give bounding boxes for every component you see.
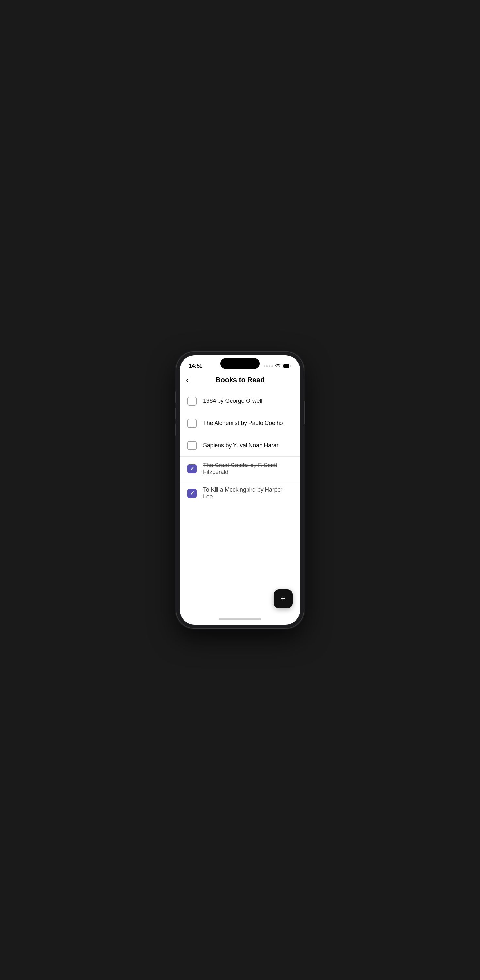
add-book-button[interactable]: +: [273, 589, 292, 608]
back-chevron-icon: ‹: [186, 375, 189, 384]
checkmark-icon: ✓: [190, 466, 194, 471]
back-button[interactable]: ‹: [186, 375, 189, 384]
page-title: Books to Read: [216, 375, 264, 384]
list-item[interactable]: ✓To Kill a Mockingbird by Harper Lee: [180, 481, 300, 505]
signal-dots-icon: [264, 365, 273, 367]
wifi-icon: [275, 364, 281, 368]
list-item[interactable]: Sapiens by Yuval Noah Harar: [180, 434, 300, 457]
plus-icon: +: [280, 594, 286, 603]
home-bar: [219, 618, 261, 620]
phone-frame: 14:51: [176, 352, 304, 628]
battery-icon: [283, 364, 291, 368]
book-title: To Kill a Mockingbird by Harper Lee: [203, 487, 292, 500]
status-time: 14:51: [189, 363, 202, 369]
svg-rect-1: [283, 364, 289, 368]
book-list: 1984 by George OrwellThe Alchemist by Pa…: [180, 387, 300, 614]
book-title: The Great Gatsbz by F. Scott Fitzgerald: [203, 462, 292, 476]
nav-header: ‹ Books to Read: [180, 372, 300, 387]
phone-screen: 14:51: [180, 355, 300, 625]
checkbox[interactable]: [188, 396, 197, 406]
checkbox[interactable]: ✓: [188, 464, 197, 473]
status-icons: [264, 364, 291, 368]
checkmark-icon: ✓: [190, 491, 194, 496]
checkbox[interactable]: ✓: [188, 489, 197, 498]
checkbox[interactable]: [188, 419, 197, 428]
list-item[interactable]: The Alchemist by Paulo Coelho: [180, 412, 300, 434]
book-title: Sapiens by Yuval Noah Harar: [203, 442, 278, 449]
list-item[interactable]: ✓The Great Gatsbz by F. Scott Fitzgerald: [180, 457, 300, 481]
book-title: 1984 by George Orwell: [203, 398, 262, 404]
list-item[interactable]: 1984 by George Orwell: [180, 390, 300, 412]
status-bar: 14:51: [180, 355, 300, 372]
dynamic-island: [220, 358, 260, 369]
checkbox[interactable]: [188, 441, 197, 450]
book-title: The Alchemist by Paulo Coelho: [203, 420, 283, 426]
home-indicator: [180, 614, 300, 625]
